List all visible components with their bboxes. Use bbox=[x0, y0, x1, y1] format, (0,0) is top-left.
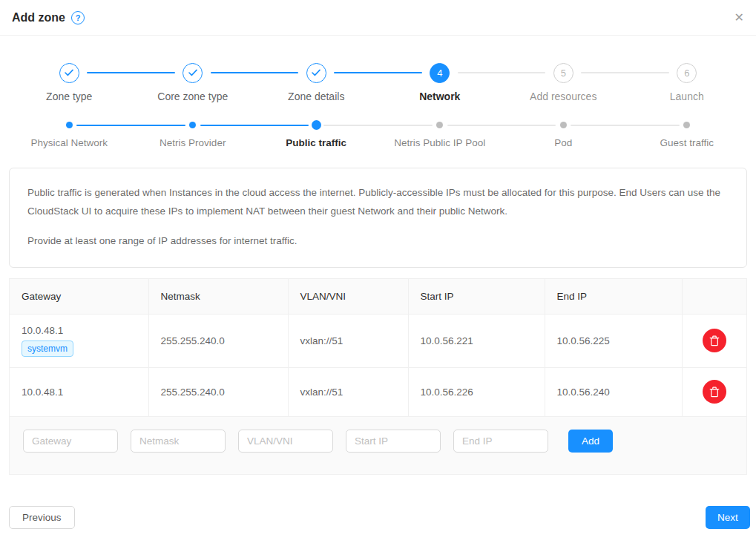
delete-row-button[interactable] bbox=[703, 380, 726, 404]
substep-pod: Pod bbox=[502, 120, 625, 148]
trash-icon bbox=[709, 387, 720, 398]
substep-label: Guest traffic bbox=[625, 137, 749, 148]
step-label: Zone type bbox=[7, 91, 131, 102]
vlan-input[interactable] bbox=[238, 430, 333, 453]
info-paragraph: Public traffic is generated when Instanc… bbox=[27, 184, 729, 221]
table-row: 10.0.48.1 255.255.240.0 vxlan://51 10.0.… bbox=[10, 367, 746, 416]
step-launch: 6 Launch bbox=[625, 62, 749, 102]
ip-range-table: Gateway Netmask VLAN/VNI Start IP End IP… bbox=[10, 279, 746, 417]
col-header-startip: Start IP bbox=[408, 279, 545, 315]
check-icon bbox=[59, 63, 79, 83]
next-button[interactable]: Next bbox=[706, 506, 750, 529]
trash-icon bbox=[709, 335, 720, 346]
step-label: Zone details bbox=[254, 91, 378, 102]
startip-cell: 10.0.56.221 bbox=[408, 314, 545, 367]
step-number: 4 bbox=[430, 63, 450, 83]
systemvm-tag: systemvm bbox=[22, 341, 73, 357]
substep-netris-provider: Netris Provider bbox=[131, 120, 255, 148]
add-range-form: Add bbox=[10, 417, 746, 474]
col-header-endip: End IP bbox=[545, 279, 682, 315]
startip-input[interactable] bbox=[346, 430, 441, 453]
step-dot bbox=[189, 122, 196, 128]
step-number: 5 bbox=[553, 63, 573, 83]
step-network: 4 Network bbox=[378, 62, 502, 102]
gateway-input[interactable] bbox=[23, 430, 118, 453]
step-dot bbox=[560, 122, 567, 128]
step-add-resources: 5 Add resources bbox=[502, 62, 625, 102]
step-dot bbox=[66, 122, 73, 128]
add-button[interactable]: Add bbox=[568, 430, 613, 453]
step-dot bbox=[436, 122, 443, 128]
step-dot bbox=[312, 120, 321, 130]
ip-range-table-container: Gateway Netmask VLAN/VNI Start IP End IP… bbox=[9, 278, 747, 475]
endip-cell: 10.0.56.240 bbox=[545, 367, 682, 416]
network-substepper: Physical Network Netris Provider Public … bbox=[0, 120, 756, 148]
actions-cell bbox=[682, 367, 746, 416]
check-icon bbox=[183, 63, 203, 83]
wizard-footer: Previous Next bbox=[9, 506, 750, 529]
netmask-cell: 255.255.240.0 bbox=[148, 314, 288, 367]
info-paragraph: Provide at least one range of IP address… bbox=[27, 232, 729, 251]
substep-netris-public-ip-pool: Netris Public IP Pool bbox=[378, 120, 502, 148]
step-label: Launch bbox=[625, 91, 749, 102]
help-icon[interactable]: ? bbox=[71, 11, 85, 24]
step-core-zone-type: Core zone type bbox=[131, 62, 255, 102]
step-dot bbox=[683, 122, 690, 128]
substep-label: Public traffic bbox=[254, 137, 378, 148]
gateway-cell: 10.0.48.1 systemvm bbox=[10, 314, 148, 367]
actions-cell bbox=[682, 314, 746, 367]
delete-row-button[interactable] bbox=[703, 329, 726, 352]
col-header-vlan: VLAN/VNI bbox=[288, 279, 408, 315]
step-number: 6 bbox=[677, 63, 697, 83]
col-header-actions bbox=[682, 279, 746, 315]
wizard-stepper: Zone type Core zone type Zone details 4 … bbox=[0, 62, 756, 102]
substep-label: Netris Public IP Pool bbox=[378, 137, 502, 148]
dialog-header: Add zone ? ✕ bbox=[0, 0, 756, 36]
gateway-cell: 10.0.48.1 bbox=[10, 367, 148, 416]
table-header-row: Gateway Netmask VLAN/VNI Start IP End IP bbox=[10, 279, 746, 315]
netmask-cell: 255.255.240.0 bbox=[148, 367, 288, 416]
gateway-value: 10.0.48.1 bbox=[22, 325, 137, 336]
step-label: Core zone type bbox=[131, 91, 255, 102]
step-label: Network bbox=[378, 91, 502, 102]
step-zone-details: Zone details bbox=[254, 62, 378, 102]
substep-label: Netris Provider bbox=[131, 137, 255, 148]
startip-cell: 10.0.56.226 bbox=[408, 367, 545, 416]
substep-label: Pod bbox=[502, 137, 625, 148]
step-zone-type: Zone type bbox=[7, 62, 131, 102]
vlan-cell: vxlan://51 bbox=[288, 367, 408, 416]
netmask-input[interactable] bbox=[131, 430, 226, 453]
public-traffic-info-box: Public traffic is generated when Instanc… bbox=[9, 168, 747, 268]
step-label: Add resources bbox=[502, 91, 625, 102]
substep-guest-traffic: Guest traffic bbox=[625, 120, 749, 148]
page-title: Add zone bbox=[12, 11, 65, 24]
endip-input[interactable] bbox=[453, 430, 548, 453]
col-header-netmask: Netmask bbox=[148, 279, 288, 315]
substep-label: Physical Network bbox=[7, 137, 131, 148]
col-header-gateway: Gateway bbox=[10, 279, 148, 315]
endip-cell: 10.0.56.225 bbox=[545, 314, 682, 367]
substep-physical-network: Physical Network bbox=[7, 120, 131, 148]
substep-public-traffic: Public traffic bbox=[254, 120, 378, 148]
vlan-cell: vxlan://51 bbox=[288, 314, 408, 367]
table-row: 10.0.48.1 systemvm 255.255.240.0 vxlan:/… bbox=[10, 314, 746, 367]
close-icon[interactable]: ✕ bbox=[734, 12, 744, 24]
previous-button[interactable]: Previous bbox=[9, 506, 75, 529]
check-icon bbox=[306, 63, 326, 83]
